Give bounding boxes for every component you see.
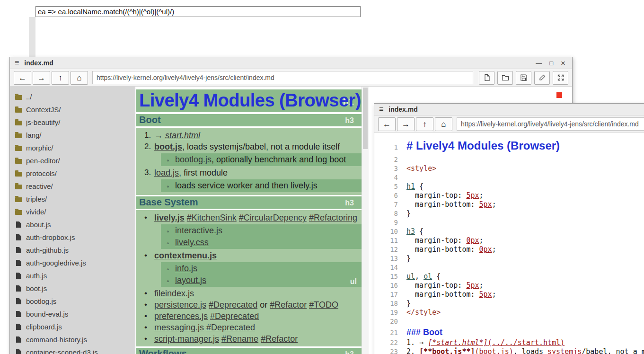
home-button[interactable]: ⌂ xyxy=(435,117,452,131)
folder-item[interactable]: vivide/ xyxy=(15,205,135,218)
markdown-link[interactable]: load.js xyxy=(154,168,179,177)
home-button[interactable]: ⌂ xyxy=(71,71,88,85)
markdown-link[interactable]: boot.js xyxy=(154,142,182,151)
expand-button[interactable] xyxy=(553,71,568,85)
text-segment: 0px xyxy=(466,236,479,245)
code-line[interactable]: 2 xyxy=(374,155,644,164)
file-item[interactable]: bound-eval.js xyxy=(15,308,135,320)
markdown-link[interactable]: #Refactor xyxy=(270,300,307,310)
expression-input[interactable] xyxy=(35,6,361,17)
markdown-link[interactable]: messaging.js xyxy=(154,323,204,332)
menu-icon[interactable]: ≡ xyxy=(15,59,19,67)
file-item[interactable]: clipboard.js xyxy=(15,320,135,333)
url-input[interactable] xyxy=(92,71,473,84)
code-line[interactable]: 13} xyxy=(374,254,644,263)
up-button[interactable]: ↑ xyxy=(416,117,433,131)
markdown-link[interactable]: persistence.js xyxy=(154,300,206,310)
folder-item[interactable]: js-beautify/ xyxy=(15,116,135,129)
markdown-link[interactable]: #TODO xyxy=(309,300,338,310)
back-button[interactable]: ← xyxy=(378,117,396,131)
markdown-link[interactable]: #CircularDepency xyxy=(239,213,307,222)
minimize-button[interactable]: — xyxy=(536,60,542,66)
file-item[interactable]: container-scoped-d3.js xyxy=(15,346,135,354)
close-button[interactable]: × xyxy=(561,59,565,67)
code-line[interactable]: 20 xyxy=(374,317,644,326)
code-line[interactable]: 15ul, ol { xyxy=(374,272,644,281)
heading-text: Workflows xyxy=(139,348,187,354)
code-line[interactable]: 7 margin-bottom: 5px; xyxy=(374,200,644,209)
markdown-link[interactable]: fileindex.js xyxy=(154,289,194,298)
file-item[interactable]: auth-dropbox.js xyxy=(15,231,135,244)
markdown-link[interactable]: contextmenu.js xyxy=(154,251,217,260)
markdown-link[interactable]: #Refactoring xyxy=(309,213,357,222)
url-input[interactable] xyxy=(457,117,644,131)
code-line[interactable]: 8} xyxy=(374,209,644,218)
new-file-button[interactable] xyxy=(479,71,494,85)
code-line[interactable]: 232. [**boot.js**](boot.js), loads syste… xyxy=(374,347,644,354)
scrollbar[interactable] xyxy=(362,87,369,354)
markdown-link[interactable]: #Deprecated xyxy=(210,311,259,321)
scrollbar-thumb[interactable] xyxy=(363,88,368,149)
file-icon xyxy=(16,234,21,240)
code-line[interactable]: 1# Lively4 Modules (Browser) xyxy=(374,136,644,155)
folder-item[interactable]: pen-editor/ xyxy=(15,154,135,167)
folder-item[interactable]: ../ xyxy=(15,90,135,103)
markdown-link[interactable]: bootlog.js xyxy=(175,155,212,164)
menu-icon[interactable]: ≡ xyxy=(379,105,383,114)
markdown-link[interactable]: lively.js xyxy=(154,213,185,222)
folder-item[interactable]: triples/ xyxy=(15,193,135,205)
folder-item[interactable]: ContextJS/ xyxy=(15,103,135,116)
code-line[interactable]: 9 xyxy=(374,218,644,227)
forward-button[interactable]: → xyxy=(33,71,50,85)
file-item[interactable]: auth-googledrive.js xyxy=(15,257,135,269)
open-folder-button[interactable] xyxy=(497,71,513,85)
markdown-link[interactable]: start.html xyxy=(165,131,200,140)
markdown-link[interactable]: lively.css xyxy=(175,238,209,247)
code-line[interactable]: 3<style> xyxy=(374,164,644,173)
markdown-link[interactable]: interactive.js xyxy=(175,226,222,235)
folder-item[interactable]: protocols/ xyxy=(15,167,135,180)
code-line[interactable]: 18} xyxy=(374,299,644,308)
markdown-link[interactable]: script-manager.js xyxy=(154,334,219,344)
heading-text: Lively4 Modules (Browser) xyxy=(139,89,361,111)
file-item[interactable]: auth-github.js xyxy=(15,244,135,257)
markdown-link[interactable]: #Deprecated xyxy=(206,323,255,332)
maximize-button[interactable]: □ xyxy=(549,60,553,66)
file-item[interactable]: bootlog.js xyxy=(15,295,135,308)
code-line[interactable]: 21### Boot xyxy=(374,326,644,338)
code-line[interactable]: 221. → [*start.html*](../../start.html) xyxy=(374,338,644,347)
markdown-link[interactable]: info.js xyxy=(175,264,197,273)
code-line[interactable]: 4 xyxy=(374,173,644,182)
code-line[interactable]: 17 margin-bottom: 5px; xyxy=(374,290,644,299)
code-line[interactable]: 14 xyxy=(374,263,644,272)
markdown-link[interactable]: #KitchenSink xyxy=(187,213,237,222)
folder-item[interactable]: lang/ xyxy=(15,129,135,142)
markdown-link[interactable]: preferences.js xyxy=(154,311,208,321)
folder-item[interactable]: reactive/ xyxy=(15,180,135,193)
code-editor[interactable]: 1# Lively4 Modules (Browser)23<style>45h… xyxy=(374,133,644,354)
edit-button[interactable] xyxy=(534,71,550,85)
markdown-link[interactable]: #Refactor xyxy=(261,334,298,344)
save-button[interactable] xyxy=(516,71,531,85)
folder-item[interactable]: morphic/ xyxy=(15,142,135,154)
forward-button[interactable]: → xyxy=(397,117,415,131)
code-line[interactable]: 5h1 { xyxy=(374,182,644,191)
back-button[interactable]: ← xyxy=(14,71,31,85)
code-line[interactable]: 12 margin-bottom: 0px; xyxy=(374,245,644,254)
code-line[interactable]: 16 margin-top: 5px; xyxy=(374,281,644,290)
file-item[interactable]: boot.js xyxy=(15,282,135,295)
markdown-link[interactable]: layout.js xyxy=(175,275,206,285)
file-icon xyxy=(16,247,21,253)
markdown-link[interactable]: #Rename xyxy=(221,334,258,344)
code-line[interactable]: 19</style> xyxy=(374,308,644,317)
text-segment: <style> xyxy=(406,164,436,173)
up-button[interactable]: ↑ xyxy=(52,71,69,85)
file-item[interactable]: about.js xyxy=(15,218,135,231)
file-item[interactable]: auth.js xyxy=(15,269,135,282)
item-label: ContextJS/ xyxy=(26,106,61,114)
code-line[interactable]: 10h3 { xyxy=(374,227,644,236)
code-line[interactable]: 6 margin-top: 5px; xyxy=(374,191,644,200)
code-line[interactable]: 11 margin-top: 0px; xyxy=(374,236,644,245)
markdown-link[interactable]: #Deprecated xyxy=(209,300,257,310)
file-item[interactable]: command-history.js xyxy=(15,333,135,346)
